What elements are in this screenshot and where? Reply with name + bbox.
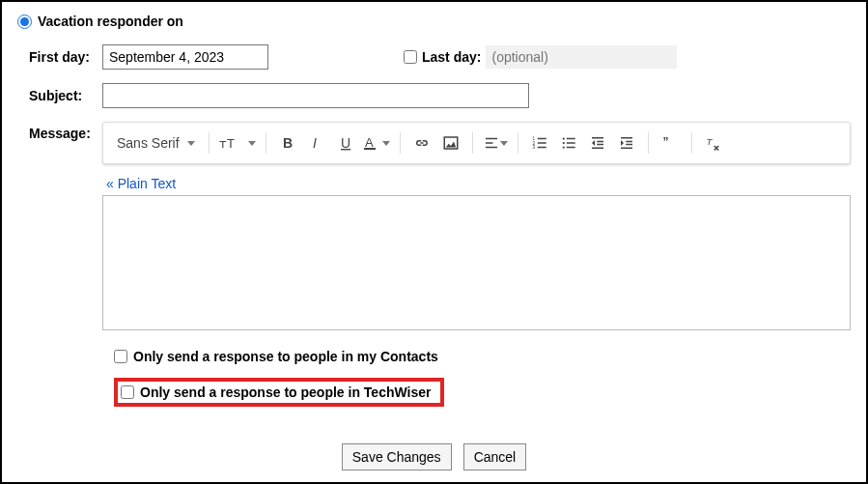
svg-text:ᴛT: ᴛT [219,136,235,151]
quote-button[interactable]: ” [657,128,684,157]
text-color-icon: A [363,135,382,151]
align-icon [483,134,500,152]
last-day-group: Last day: [404,45,677,69]
font-family-label: Sans Serif [117,135,180,151]
plain-text-link[interactable]: « Plain Text [106,176,176,191]
numbered-list-button[interactable]: 123 [526,128,553,157]
quote-icon: ” [661,134,679,152]
options-section: Only send a response to people in my Con… [114,349,851,407]
toolbar-separator [209,132,210,154]
indent-more-icon [618,134,635,152]
vacation-responder-on-radio[interactable] [17,14,32,29]
numbered-list-icon: 123 [531,134,548,152]
subject-input[interactable] [102,83,529,108]
org-only-label: Only send a response to people in TechWi… [140,384,431,400]
save-changes-button[interactable]: Save Changes [342,443,452,470]
subject-label: Subject: [17,88,102,103]
toolbar-separator [472,132,473,154]
toolbar-separator [400,132,401,154]
toolbar-separator [266,132,266,154]
vacation-responder-on-row: Vacation responder on [17,14,851,29]
date-row: First day: Last day: [17,44,851,70]
indent-less-icon [589,134,606,152]
message-label: Message: [17,122,102,141]
underline-icon: U [338,135,353,151]
align-button[interactable] [481,128,510,157]
footer-buttons: Save Changes Cancel [2,443,866,470]
formatting-toolbar: Sans Serif ᴛT B I U A [102,122,851,164]
toolbar-separator [691,132,692,154]
last-day-input[interactable] [486,45,677,69]
highlighted-org-option: Only send a response to people in TechWi… [114,378,444,407]
toolbar-separator [648,132,649,154]
bulleted-list-icon [560,134,577,152]
svg-point-11 [562,146,564,148]
link-button[interactable] [408,128,435,157]
chevron-down-icon [187,141,195,146]
font-family-select[interactable]: Sans Serif [111,135,201,151]
link-icon [413,134,431,152]
first-day-label: First day: [17,49,102,65]
chevron-down-icon [248,141,256,146]
contacts-only-row: Only send a response to people in my Con… [114,349,851,364]
font-size-icon: ᴛT [219,134,248,152]
bold-button[interactable]: B [274,128,301,157]
svg-text:T: T [706,136,713,147]
remove-formatting-icon: T [705,134,722,152]
cancel-button[interactable]: Cancel [463,443,527,470]
svg-text:I: I [313,135,317,151]
svg-text:3: 3 [532,145,535,150]
subject-row: Subject: [17,83,851,108]
remove-formatting-button[interactable]: T [700,128,727,157]
contacts-only-checkbox[interactable] [114,350,127,363]
indent-more-button[interactable] [613,128,640,157]
svg-text:B: B [283,135,293,151]
last-day-label: Last day: [422,49,481,65]
chevron-down-icon [500,141,508,146]
first-day-input[interactable] [102,44,268,70]
svg-point-9 [562,137,564,139]
svg-text:A: A [365,135,374,150]
contacts-only-label: Only send a response to people in my Con… [133,349,438,364]
italic-button[interactable]: I [303,128,330,157]
svg-point-10 [562,142,564,144]
svg-text:”: ” [662,135,668,149]
toolbar-separator [518,132,518,154]
svg-rect-5 [364,148,376,150]
insert-image-button[interactable] [437,128,464,157]
last-day-checkbox[interactable] [404,50,417,64]
bold-icon: B [280,135,295,151]
message-row: Message: Sans Serif ᴛT B I U [17,122,851,333]
editor-area: Sans Serif ᴛT B I U A [102,122,851,333]
org-only-checkbox[interactable] [121,385,134,399]
bulleted-list-button[interactable] [555,128,582,157]
underline-button[interactable]: U [332,128,359,157]
svg-text:U: U [341,135,350,151]
font-size-button[interactable]: ᴛT [217,128,258,157]
vacation-responder-on-label: Vacation responder on [38,14,183,29]
image-icon [442,134,460,152]
text-color-button[interactable]: A [361,128,392,157]
message-textarea[interactable] [102,195,851,330]
chevron-down-icon [382,141,390,146]
indent-less-button[interactable] [584,128,611,157]
italic-icon: I [309,135,324,151]
